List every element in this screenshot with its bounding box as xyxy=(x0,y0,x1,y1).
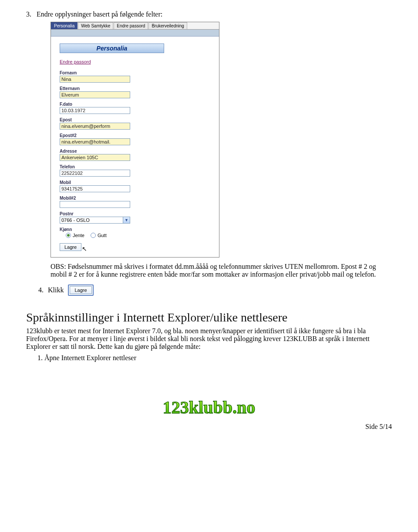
step4-num: 4. xyxy=(38,286,44,294)
tab-endre-passord[interactable]: Endre passord xyxy=(114,22,148,29)
select-postnr-value: 0766 - OSLO xyxy=(60,217,123,223)
link-endre-passord[interactable]: Endre passord xyxy=(60,59,91,64)
content-strip xyxy=(51,30,219,37)
label-telefon: Telefon xyxy=(60,164,219,169)
input-telefon[interactable] xyxy=(60,170,130,177)
section-heading: Språkinnstillinger i Internett Explorer/… xyxy=(26,311,392,325)
step4-text: Klikk xyxy=(48,286,64,294)
radio-gutt-label: Gutt xyxy=(98,233,107,238)
radio-jente-label: Jente xyxy=(73,233,84,238)
tabs-row: Personalia Web Samtykke Endre passord Br… xyxy=(51,22,219,30)
tab-personalia[interactable]: Personalia xyxy=(51,22,78,29)
input-mobil[interactable] xyxy=(60,185,130,192)
label-fornavn: Fornavn xyxy=(60,70,219,75)
save-button[interactable]: Lagre xyxy=(60,243,81,251)
label-epost: Epost xyxy=(60,117,219,122)
input-adresse[interactable] xyxy=(60,154,130,161)
label-postnr: Postnr xyxy=(60,211,219,216)
step3-num: 3. xyxy=(26,10,31,18)
banner-personalia: Personalia xyxy=(60,43,164,53)
list-item: Åpne Internett Explorer nettleser xyxy=(44,354,392,362)
step4-button-frame: Lagre xyxy=(68,284,93,296)
input-fdato[interactable] xyxy=(60,107,130,114)
select-postnr[interactable]: 0766 - OSLO ▼ xyxy=(60,217,130,224)
input-epost2[interactable] xyxy=(60,138,130,145)
chevron-down-icon: ▼ xyxy=(123,217,130,223)
label-mobil2: Mobil#2 xyxy=(60,196,219,201)
page-number: Side 5/14 xyxy=(26,423,392,431)
save-button-inline[interactable]: Lagre xyxy=(70,286,91,294)
label-mobil: Mobil xyxy=(60,180,219,185)
radio-jente[interactable]: Jente xyxy=(66,233,84,238)
logo-123klubb: 123klubb.no xyxy=(26,394,392,420)
step3-text: Endre opplysninger basert på følgende fe… xyxy=(37,10,392,18)
radio-gutt[interactable]: Gutt xyxy=(91,233,107,238)
input-epost[interactable] xyxy=(60,123,130,130)
radio-dot-icon xyxy=(66,233,71,238)
step4: 4. Klikk Lagre xyxy=(38,284,392,296)
cursor-icon: ↖ xyxy=(82,246,87,252)
label-etternavn: Etternavn xyxy=(60,86,219,91)
input-etternavn[interactable] xyxy=(60,91,130,98)
personalia-form: Personalia Web Samtykke Endre passord Br… xyxy=(51,22,219,258)
logo-text: 123klubb.no xyxy=(163,398,255,417)
radio-dot-icon xyxy=(91,233,96,238)
obs-note: OBS: Fødselsnummer må skrives i formatet… xyxy=(51,263,381,278)
tab-brukerveiledning[interactable]: Brukerveiledning xyxy=(148,22,187,29)
label-kjonn: Kjønn xyxy=(60,227,219,232)
steps-list: Åpne Internett Explorer nettleser xyxy=(35,354,392,362)
label-fdato: F.dato xyxy=(60,102,219,107)
input-mobil2[interactable] xyxy=(60,201,130,208)
label-epost2: Epost#2 xyxy=(60,133,219,138)
section-paragraph: 123klubb er testet mest for Internet Exp… xyxy=(26,327,388,351)
step3-heading: 3. Endre opplysninger basert på følgende… xyxy=(26,10,392,18)
tab-web-samtykke[interactable]: Web Samtykke xyxy=(78,22,113,29)
input-fornavn[interactable] xyxy=(60,76,130,83)
radio-kjonn: Jente Gutt xyxy=(66,233,219,238)
label-adresse: Adresse xyxy=(60,149,219,154)
